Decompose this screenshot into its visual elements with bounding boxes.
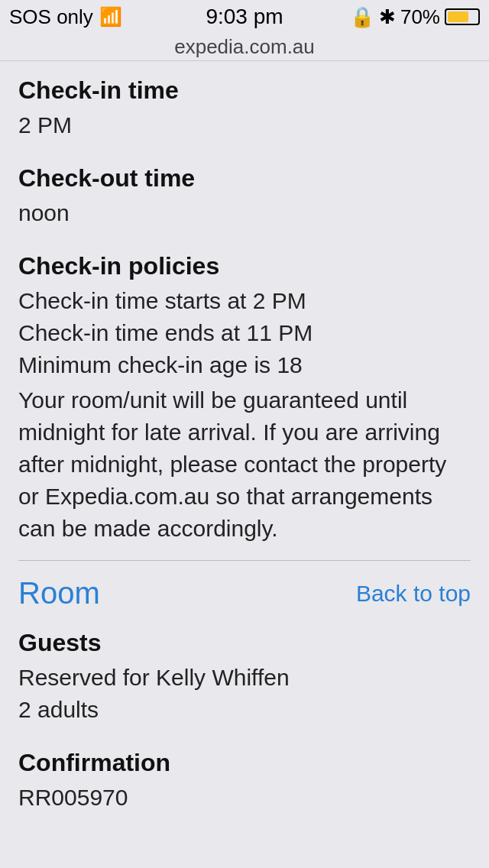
- status-bar: SOS only 📶 9:03 pm 🔒 ✱ 70%: [0, 0, 489, 34]
- reserved-for: Reserved for Kelly Whiffen: [18, 662, 471, 694]
- guests-label: Guests: [18, 629, 471, 657]
- section-divider: [18, 560, 471, 561]
- checkout-time-label: Check-out time: [18, 164, 471, 193]
- confirmation-label: Confirmation: [18, 749, 471, 777]
- room-header: Room Back to top: [18, 576, 471, 611]
- url-bar: expedia.com.au: [0, 34, 489, 61]
- url-text: expedia.com.au: [174, 35, 315, 59]
- checkin-time-label: Check-in time: [18, 76, 471, 105]
- room-title: Room: [18, 576, 100, 611]
- lock-icon: 🔒: [350, 5, 374, 29]
- checkin-time-section: Check-in time 2 PM: [18, 76, 471, 141]
- page-content: Check-in time 2 PM Check-out time noon C…: [0, 61, 489, 837]
- confirmation-code: RR005970: [18, 782, 471, 814]
- adults-count: 2 adults: [18, 694, 471, 726]
- status-left: SOS only 📶: [9, 5, 122, 29]
- battery-percent: 70%: [400, 5, 440, 29]
- policy-line-2: Minimum check-in age is 18: [18, 349, 471, 381]
- checkin-policies-label: Check-in policies: [18, 252, 471, 280]
- back-to-top-link[interactable]: Back to top: [356, 581, 471, 607]
- status-right: 🔒 ✱ 70%: [350, 5, 480, 29]
- sos-label: SOS only: [9, 5, 93, 29]
- guests-section: Guests Reserved for Kelly Whiffen 2 adul…: [18, 629, 471, 726]
- policy-line-3: Your room/unit will be guaranteed until …: [18, 384, 471, 545]
- checkin-policies-section: Check-in policies Check-in time starts a…: [18, 252, 471, 545]
- checkout-time-value: noon: [18, 197, 471, 229]
- policy-line-0: Check-in time starts at 2 PM: [18, 285, 471, 317]
- battery-icon: [445, 8, 480, 25]
- status-time: 9:03 pm: [206, 5, 283, 29]
- confirmation-section: Confirmation RR005970: [18, 749, 471, 814]
- checkin-time-value: 2 PM: [18, 109, 471, 141]
- bluetooth-icon: ✱: [379, 5, 396, 29]
- checkout-time-section: Check-out time noon: [18, 164, 471, 229]
- policy-line-1: Check-in time ends at 11 PM: [18, 317, 471, 349]
- checkin-policy-line-1: Check-in time starts at 2 PM Check-in ti…: [18, 285, 471, 545]
- wifi-icon: 📶: [99, 6, 122, 28]
